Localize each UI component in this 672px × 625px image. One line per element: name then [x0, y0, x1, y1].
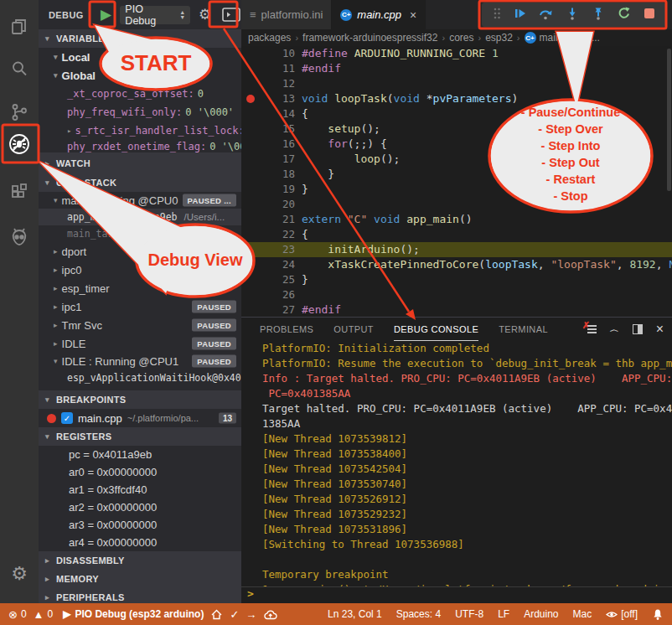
extensions-icon[interactable]: [0, 176, 39, 209]
source-control-icon[interactable]: [0, 96, 39, 129]
breadcrumb[interactable]: packages›framework-arduinoespressif32›co…: [241, 29, 672, 46]
serial-monitor-toggle[interactable]: [off]: [606, 608, 638, 620]
file-type[interactable]: Arduino: [524, 608, 558, 620]
callstack-thread[interactable]: ▾main : Running @CPU0PAUSED ...: [39, 192, 241, 209]
stop-button[interactable]: [644, 8, 655, 23]
code-line[interactable]: 15 setup();: [241, 121, 672, 137]
section-watch[interactable]: ▸WATCH: [39, 152, 241, 173]
panel-tab-terminal[interactable]: TERMINAL: [499, 318, 548, 341]
code-line[interactable]: 26: [241, 287, 672, 302]
register-row[interactable]: ar4 = 0x00000000: [39, 534, 241, 551]
breadcrumb-item[interactable]: packages: [248, 32, 291, 44]
step-out-button[interactable]: [592, 7, 605, 23]
clear-console-icon[interactable]: ✗: [585, 324, 597, 334]
pio-build-button[interactable]: ✓: [230, 608, 239, 621]
register-row[interactable]: ar2 = 0x00000000: [39, 498, 241, 516]
code-line[interactable]: 24 xTaskCreatePinnedToCore(loopTask, "lo…: [241, 257, 672, 272]
code-line[interactable]: 11#endif: [241, 61, 672, 76]
pio-home-button[interactable]: [210, 608, 223, 620]
toolbar-grip-handle[interactable]: [493, 7, 501, 23]
debug-settings-gear-icon[interactable]: ⚙: [199, 6, 211, 23]
explorer-icon[interactable]: [0, 10, 39, 44]
breakpoint-row[interactable]: ✓main.cpp~/.platformio/pa...13: [39, 409, 241, 427]
panel-tab-problems[interactable]: PROBLEMS: [260, 318, 313, 341]
code-line[interactable]: 25}: [241, 272, 672, 287]
section-disassembly[interactable]: ▸DISASSEMBLY: [39, 551, 241, 570]
breadcrumb-item[interactable]: ...: [592, 32, 600, 44]
callstack-thread[interactable]: ▾IDLE : Running @CPU1PAUSED: [39, 353, 241, 369]
code-line[interactable]: 20: [241, 197, 672, 212]
code-line[interactable]: 19}: [241, 182, 672, 197]
pio-remote-upload-button[interactable]: [263, 609, 277, 620]
breakpoint-checkbox[interactable]: ✓: [61, 412, 73, 424]
console-input[interactable]: >: [241, 586, 672, 602]
callstack-thread[interactable]: ▸Tmr SvcPAUSED: [39, 316, 241, 334]
callstack-thread[interactable]: ▸dport: [39, 242, 241, 261]
step-over-button[interactable]: [539, 7, 553, 23]
variables-group[interactable]: ▾Global: [39, 66, 241, 85]
breadcrumb-item[interactable]: framework-arduinoespressif32: [302, 32, 437, 44]
register-row[interactable]: ar0 = 0x00000000: [39, 463, 241, 481]
settings-gear-icon[interactable]: ⚙: [0, 563, 39, 585]
section-breakpoints[interactable]: ▾BREAKPOINTS: [39, 390, 241, 409]
notifications-bell-icon[interactable]: [652, 608, 664, 621]
callstack-thread[interactable]: ▸esp_timer: [39, 279, 241, 297]
variable-row[interactable]: ▸s_rtc_isr_handler_list_lock:{…: [39, 121, 241, 140]
callstack-thread[interactable]: ▸ipc1PAUSED: [39, 297, 241, 316]
debug-console-toggle-button[interactable]: [221, 7, 241, 23]
section-peripherals[interactable]: ▸PERIPHERALS: [39, 588, 241, 603]
encoding[interactable]: UTF-8: [455, 608, 483, 620]
section-memory[interactable]: ▸MEMORY: [39, 570, 241, 588]
restart-button[interactable]: [617, 6, 631, 23]
pio-upload-button[interactable]: →: [246, 608, 256, 621]
continue-button[interactable]: [514, 7, 527, 23]
sidebar-scroll[interactable]: ▾VARIABLES▾Local▾Global_xt_coproc_sa_off…: [39, 29, 241, 603]
variable-row[interactable]: _xt_coproc_sa_offset:0: [39, 85, 241, 103]
breadcrumb-item[interactable]: esp32: [485, 32, 513, 44]
warning-count[interactable]: ▲0: [34, 608, 54, 621]
callstack-frame[interactable]: esp_vApplicationWaitiHook@0x4013: [39, 369, 241, 386]
callstack-frame[interactable]: app_main@0x4011a9eb/Users/i...: [39, 209, 241, 225]
debug-console-output[interactable]: PlatformIO: Initialization completedPlat…: [241, 341, 672, 587]
variable-row[interactable]: phy_rxdet_onetime_flag:0 '\000': [39, 140, 241, 152]
variables-group[interactable]: ▾Local: [39, 48, 241, 66]
search-icon[interactable]: [0, 52, 39, 85]
eol[interactable]: LF: [498, 608, 509, 620]
code-line[interactable]: ▶23 initArduino();: [241, 242, 672, 257]
code-line[interactable]: 17 loop();: [241, 152, 672, 167]
debug-icon[interactable]: [0, 127, 39, 161]
platformio-icon[interactable]: [0, 221, 39, 255]
close-panel-icon[interactable]: ×: [656, 323, 664, 336]
code-line[interactable]: 21extern "C" void app_main(): [241, 212, 672, 227]
debug-config-dropdown[interactable]: PIO Debug ▲▼: [120, 6, 190, 24]
breadcrumb-item[interactable]: C+main.cpp: [525, 32, 581, 44]
os-target[interactable]: Mac: [573, 608, 592, 620]
code-editor[interactable]: 10#define ARDUINO_RUNNING_CORE 111#endif…: [241, 46, 672, 317]
code-line[interactable]: 27#endif: [241, 302, 672, 317]
callstack-thread[interactable]: ▸IDLEPAUSED: [39, 334, 241, 353]
editor-scrollbar[interactable]: [667, 49, 671, 191]
register-row[interactable]: ar3 = 0x00000000: [39, 516, 241, 534]
debug-target[interactable]: ▶PIO Debug (esp32 arduino): [63, 608, 204, 620]
maximize-panel-icon[interactable]: ︿: [610, 324, 619, 334]
tab-main-cpp[interactable]: C+ main.cpp ×: [332, 0, 426, 29]
split-panel-icon[interactable]: [633, 324, 643, 334]
section-registers[interactable]: ▾REGISTERS: [39, 427, 241, 446]
code-line[interactable]: 12: [241, 76, 672, 91]
callstack-frame[interactable]: main_taske...: [39, 225, 241, 242]
code-line[interactable]: 13void loopTask(void *pvParameters): [241, 91, 672, 106]
variable-row[interactable]: phy_freq_wifi_only:0 '\000': [39, 103, 241, 121]
step-into-button[interactable]: [566, 7, 579, 23]
code-line[interactable]: 16 for(;;) {: [241, 137, 672, 152]
cursor-position[interactable]: Ln 23, Col 1: [328, 608, 382, 620]
start-debug-button[interactable]: ▶: [96, 4, 117, 26]
register-row[interactable]: ar1 = 0x3ffcdf40: [39, 481, 241, 498]
code-line[interactable]: 22{: [241, 227, 672, 242]
panel-tab-output[interactable]: OUTPUT: [333, 318, 374, 341]
code-line[interactable]: 14{: [241, 106, 672, 121]
code-line[interactable]: 10#define ARDUINO_RUNNING_CORE 1: [241, 46, 672, 61]
error-count[interactable]: ⊗0: [8, 608, 27, 621]
callstack-thread[interactable]: ▸ipc0: [39, 261, 241, 279]
tab-platformio-ini[interactable]: ≡ platformio.ini: [241, 0, 332, 29]
breadcrumb-item[interactable]: cores: [449, 32, 473, 44]
